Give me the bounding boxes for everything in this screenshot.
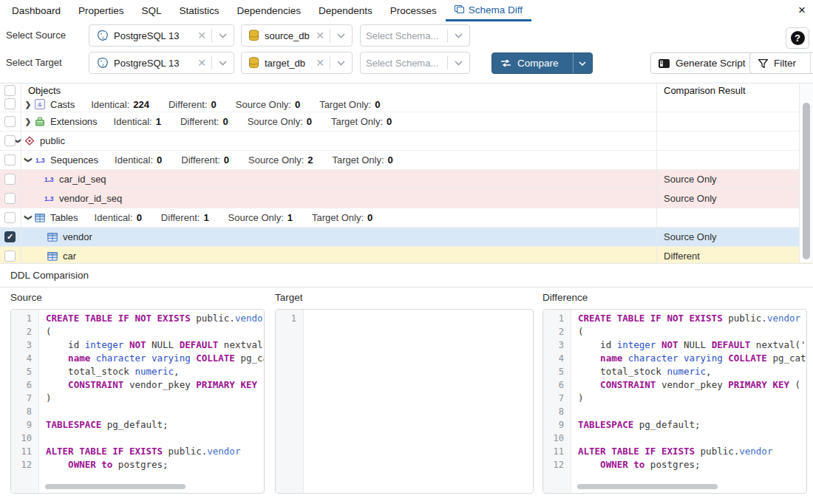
row-checkbox-Extensions[interactable] [4, 116, 16, 127]
line-number: 8 [11, 405, 38, 418]
code-line: 1 [276, 312, 533, 325]
line-number: 6 [543, 378, 571, 392]
code-line: 1CREATE TABLE IF NOT EXISTS public.vendo… [11, 312, 264, 325]
code-line: 9TABLESPACE pg_default; [11, 418, 264, 432]
tree-row-Casts[interactable]: ❯&CastsIdentical:224Different:0Source On… [0, 97, 813, 112]
tab-dashboard[interactable]: Dashboard [3, 0, 69, 21]
chevron-down-icon[interactable] [212, 33, 234, 38]
code-line: 9TABLESPACE pg_default; [543, 418, 806, 432]
line-number: 3 [543, 338, 571, 352]
line-number: 10 [11, 432, 38, 445]
code-text: ALTER TABLE IF EXISTS public.vendor [578, 446, 772, 457]
tree-row-vendor_id_seq[interactable]: 1..3vendor_id_seqSource Only [0, 189, 813, 208]
ddl-title-text: DDL Comparision [10, 270, 89, 281]
target-server-select[interactable]: PostgreSQL 13✕ [89, 52, 234, 74]
line-number: 4 [543, 352, 571, 365]
filter-button-main[interactable]: Filter [750, 53, 804, 73]
row-checkbox-Tables[interactable] [4, 212, 16, 223]
tab-schema-diff[interactable]: Schema Diff [446, 0, 531, 21]
compare-button[interactable]: Compare [491, 52, 593, 74]
chevron-right-icon[interactable]: ❯ [22, 101, 34, 109]
comparison-result-column-header[interactable]: Comparison Result [664, 85, 746, 96]
ddl-panel-target[interactable]: 1 [275, 309, 534, 494]
row-checkbox-Casts[interactable] [4, 98, 16, 109]
token: numeric [135, 366, 174, 377]
source-database-select-value: source_db [265, 30, 310, 41]
filter-dropdown-caret[interactable] [810, 53, 813, 73]
tab-sql[interactable]: SQL [133, 0, 171, 21]
row-checkbox-car[interactable] [4, 251, 16, 262]
chevron-right-icon[interactable]: ❯ [22, 118, 34, 126]
tab-dependencies[interactable]: Dependencies [228, 0, 310, 21]
token [46, 353, 68, 364]
grid-vertical-scrollbar[interactable] [799, 84, 813, 262]
tree-row-vendor[interactable]: ✓vendorSource Only [0, 228, 813, 247]
token [578, 353, 600, 364]
tree-row-Extensions[interactable]: ❯ExtensionsIdentical:1Different:0Source … [0, 112, 813, 132]
token: id [46, 339, 85, 350]
horizontal-scrollbar-thumb[interactable] [45, 484, 186, 489]
code-line: 2( [11, 325, 264, 338]
token: ( [789, 379, 800, 390]
clear-icon[interactable]: ✕ [192, 57, 211, 69]
token [46, 459, 68, 470]
comparison-result-vendor_id_seq: Source Only [664, 189, 717, 208]
chevron-down-icon[interactable] [212, 61, 234, 66]
tree-row-Tables[interactable]: ❯TablesIdentical:0Different:1Source Only… [0, 208, 813, 228]
token: integer [85, 339, 124, 350]
token: integer [617, 339, 656, 350]
row-checkbox-car_id_seq[interactable] [4, 174, 16, 185]
postgresql-icon [96, 30, 109, 42]
tree-row-Sequences[interactable]: ❯1..3SequencesIdentical:0Different:0Sour… [0, 151, 813, 170]
token: pg_cat [767, 353, 806, 364]
clear-icon[interactable]: ✕ [192, 30, 211, 41]
filter-button[interactable]: Filter [749, 52, 813, 74]
code-line: 2( [543, 325, 806, 338]
horizontal-scrollbar-thumb[interactable] [577, 484, 718, 489]
token: public. [728, 313, 767, 324]
help-icon: ? [791, 31, 805, 45]
tab-dependents[interactable]: Dependents [310, 0, 381, 21]
close-icon[interactable]: × [798, 3, 806, 18]
chevron-down-icon[interactable] [330, 61, 352, 66]
compare-dropdown-caret[interactable] [573, 53, 592, 73]
row-checkbox-Sequences[interactable] [4, 154, 16, 166]
select-source-label: Select Source [6, 24, 66, 47]
generate-script-button[interactable]: Generate Script [650, 52, 754, 74]
help-button[interactable]: ? [786, 27, 809, 49]
chevron-down-icon[interactable] [448, 33, 469, 38]
stat-targetonly: Target Only:0 [331, 116, 392, 127]
chevron-down-icon[interactable] [448, 61, 469, 66]
tree-row-public[interactable]: ❯public [0, 132, 813, 151]
source-database-select[interactable]: source_db✕ [241, 24, 353, 47]
clear-icon[interactable]: ✕ [310, 30, 330, 41]
tab-processes[interactable]: Processes [381, 0, 446, 21]
chevron-down-icon[interactable]: ❯ [24, 212, 33, 224]
tab-properties[interactable]: Properties [69, 0, 133, 21]
clear-icon[interactable]: ✕ [310, 57, 330, 69]
source-server-select[interactable]: PostgreSQL 13✕ [89, 24, 234, 47]
ddl-panel-difference[interactable]: 1CREATE TABLE IF NOT EXISTS public.vendo… [542, 309, 807, 494]
row-checkbox-vendor[interactable]: ✓ [4, 231, 16, 242]
select-all-checkbox[interactable] [4, 85, 16, 96]
objects-column-header[interactable]: Objects [28, 85, 61, 96]
tree-row-car_id_seq[interactable]: 1..3car_id_seqSource Only [0, 170, 813, 189]
code-line: 12 OWNER to postgres; [11, 458, 264, 471]
chevron-down-icon[interactable]: ❯ [24, 154, 33, 166]
source-schema-select[interactable]: Select Schema... [360, 24, 470, 47]
token: character varying [628, 353, 723, 364]
target-schema-select[interactable]: Select Schema... [360, 52, 470, 74]
compare-button-main[interactable]: Compare [492, 53, 567, 73]
tree-label-Sequences: Sequences [50, 154, 98, 166]
tab-statistics[interactable]: Statistics [171, 0, 228, 21]
code-line: 7) [11, 392, 264, 405]
target-database-select[interactable]: target_db✕ [241, 52, 353, 74]
ddl-panel-source[interactable]: 1CREATE TABLE IF NOT EXISTS public.vendo… [10, 309, 265, 494]
token [46, 379, 68, 390]
grid-scrollbar-thumb[interactable] [803, 103, 810, 259]
row-checkbox-vendor_id_seq[interactable] [4, 193, 16, 204]
code-line: 3 id integer NOT NULL DEFAULT nextval(' [543, 338, 806, 352]
chevron-down-icon[interactable] [330, 33, 352, 38]
row-checkbox-public[interactable] [4, 135, 16, 146]
token [578, 379, 600, 390]
